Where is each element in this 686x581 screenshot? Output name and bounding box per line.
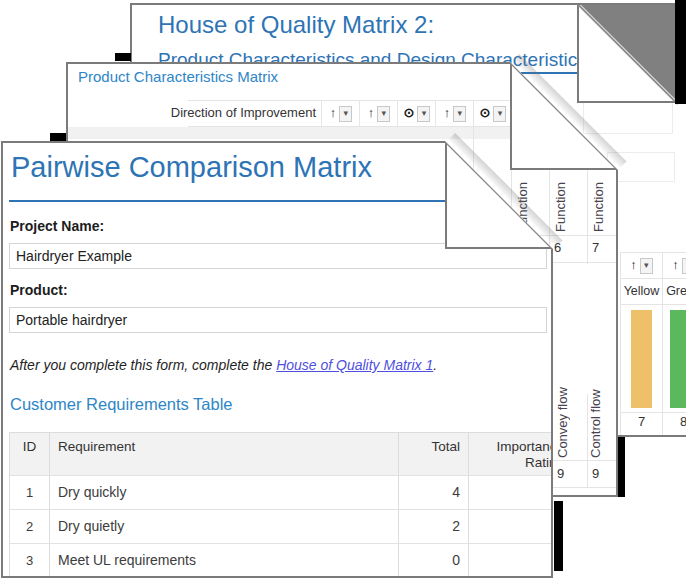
chevron-down-icon[interactable]: ▾ [339,106,352,122]
up-arrow-icon: ↑ [630,257,637,272]
table-row: 3 Meet UL requirements 0 [10,543,553,577]
column-label-yellow: Yellow [621,278,662,304]
customer-requirements-table: ID Requirement Total Importance Rating 1… [9,432,553,578]
up-arrow-icon: ↑ [330,105,337,120]
column-value: 8 [663,414,686,429]
note-prefix: After you complete this form, complete t… [10,357,276,373]
front-title-rule [9,200,449,202]
middle-page-shadow [617,437,625,497]
empty-cell [583,102,673,134]
direction-select[interactable]: ↑▾ [359,100,398,126]
up-arrow-icon: ↑ [444,105,451,120]
function-column-label: Function [591,174,606,232]
flow-column-value: 9 [557,466,564,481]
header-importance-rating: Importance Rating [468,433,553,475]
target-icon: ⊙ [480,105,491,120]
cell-importance[interactable] [468,544,553,577]
folded-corner [577,3,677,103]
direction-select[interactable]: ⊙▾ [397,100,436,126]
shadow-fragment [50,133,66,141]
direction-select[interactable]: ↑▾ [621,252,662,278]
column-label-green: Green [663,278,686,304]
requirements-table-heading: Customer Requirements Table [10,395,233,414]
house-of-quality-matrix-1-link[interactable]: House of Quality Matrix 1 [276,357,433,373]
direction-select[interactable]: ↑▾ [663,252,686,278]
cell-id: 3 [10,544,49,577]
product-label: Product: [10,282,68,298]
chevron-down-icon[interactable]: ▾ [453,106,466,122]
chevron-down-icon[interactable]: ▾ [682,258,686,274]
table-row: 1 Dry quickly 4 [10,475,553,509]
header-total: Total [398,433,468,475]
up-arrow-icon: ↑ [368,105,375,120]
note-suffix: . [433,357,437,373]
chevron-down-icon[interactable]: ▾ [493,106,506,122]
cell-id: 2 [10,510,49,543]
back-page-title: House of Quality Matrix 2: [158,11,434,39]
header-id: ID [10,433,49,475]
front-page-pairwise-comparison: Pairwise Comparison Matrix Project Name:… [1,141,553,578]
chevron-down-icon[interactable]: ▾ [417,106,430,122]
cell-importance[interactable] [468,510,553,543]
front-page-title: Pairwise Comparison Matrix [11,151,372,184]
header-requirement: Requirement [49,433,398,475]
table-header-row: ID Requirement Total Importance Rating [10,433,553,475]
cell-requirement: Dry quickly [49,476,398,509]
project-name-label: Project Name: [10,218,104,234]
gridline [620,304,686,305]
cell-total: 2 [398,510,468,543]
cell-requirement: Dry quietly [49,510,398,543]
control-flow-column-label: Control flow [588,382,603,458]
stacked-documents: House of Quality Matrix 2: Product Chara… [0,0,686,581]
completion-note: After you complete this form, complete t… [10,357,437,373]
direction-of-improvement-label: Direction of Improvement [68,100,316,126]
target-icon: ⊙ [404,105,415,120]
middle-page-heading: Product Characteristics Matrix [78,68,278,85]
back-fold-shadow [675,0,686,104]
direction-select[interactable]: ⊙▾ [473,100,512,126]
direction-select[interactable]: ↑▾ [321,100,360,126]
flow-column-value: 9 [592,466,599,481]
column-value: 7 [621,414,662,429]
table-row: 2 Dry quietly 2 [10,509,553,543]
front-page-shadow [554,501,563,571]
product-input[interactable] [9,307,547,333]
convey-flow-column-label: Convey flow [555,382,570,458]
chevron-down-icon[interactable]: ▾ [640,258,653,274]
direction-select[interactable]: ↑▾ [435,100,474,126]
function-column-value: 7 [592,240,599,255]
function-column-label: Function [553,174,568,232]
cell-id: 1 [10,476,49,509]
fold-line [577,3,679,105]
gridline [620,412,686,413]
cell-importance[interactable] [468,476,553,509]
cell-total: 4 [398,476,468,509]
cell-total: 0 [398,544,468,577]
cell-requirement: Meet UL requirements [49,544,398,577]
shadow-fragment [115,53,131,61]
yellow-bar [631,310,652,408]
chevron-down-icon[interactable]: ▾ [377,106,390,122]
up-arrow-icon: ↑ [672,257,679,272]
green-bar [670,310,686,408]
